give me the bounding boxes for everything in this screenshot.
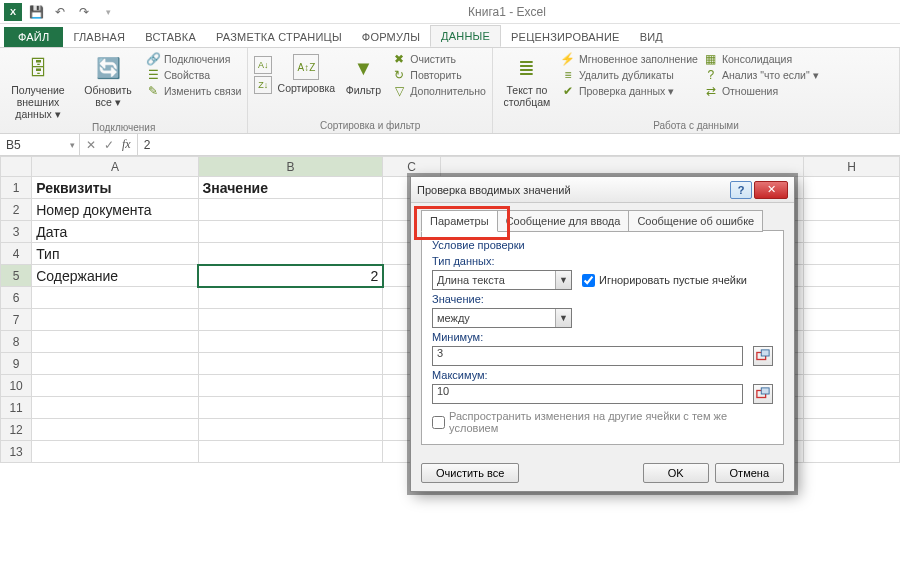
propagate-checkbox[interactable]: Распространить изменения на другие ячейк… — [432, 410, 773, 434]
edit-links-button[interactable]: ✎Изменить связи — [146, 84, 241, 98]
minimum-input[interactable]: 3 — [432, 346, 743, 366]
get-external-data-button[interactable]: 🗄 Получение внешних данных ▾ — [6, 50, 70, 120]
dialog-footer: Очистить все OK Отмена — [411, 455, 794, 491]
cell-B4[interactable] — [198, 243, 383, 265]
row-header-7[interactable]: 7 — [1, 309, 32, 331]
edit-links-icon: ✎ — [146, 84, 160, 98]
ignore-blank-checkbox[interactable]: Игнорировать пустые ячейки — [582, 274, 747, 287]
row-header-13[interactable]: 13 — [1, 441, 32, 463]
text-to-columns-button[interactable]: ≣ Текст по столбцам — [499, 50, 555, 108]
clear-all-button[interactable]: Очистить все — [421, 463, 519, 483]
cancel-button[interactable]: Отмена — [715, 463, 784, 483]
minimum-label: Минимум: — [432, 331, 773, 343]
row-header-12[interactable]: 12 — [1, 419, 32, 441]
formula-input[interactable]: 2 — [138, 134, 900, 155]
dialog-help-button[interactable]: ? — [730, 181, 752, 199]
dialog-tab-settings[interactable]: Параметры — [421, 210, 498, 232]
row-header-11[interactable]: 11 — [1, 397, 32, 419]
row-header-2[interactable]: 2 — [1, 199, 32, 221]
enter-formula-icon[interactable]: ✓ — [104, 138, 114, 152]
sort-asc-button[interactable]: A↓ — [254, 56, 272, 74]
dialog-tab-input-message[interactable]: Сообщение для ввода — [497, 210, 630, 232]
dialog-titlebar[interactable]: Проверка вводимых значений ? ✕ — [411, 177, 794, 203]
sort-button[interactable]: A↕Z Сортировка — [278, 50, 334, 94]
advanced-filter-button[interactable]: ▽Дополнительно — [392, 84, 486, 98]
remove-duplicates-button[interactable]: ≡Удалить дубликаты — [561, 68, 698, 82]
tab-view[interactable]: ВИД — [630, 27, 673, 47]
tab-home[interactable]: ГЛАВНАЯ — [63, 27, 135, 47]
cell-A1[interactable]: Реквизиты — [32, 177, 198, 199]
refresh-all-button[interactable]: 🔄 Обновить все ▾ — [76, 50, 140, 108]
cell-A2[interactable]: Номер документа — [32, 199, 198, 221]
group-connections: 🗄 Получение внешних данных ▾ 🔄 Обновить … — [0, 48, 248, 133]
group-sort-filter: A↓ Z↓ A↕Z Сортировка ▼ Фильтр ✖Очистить … — [248, 48, 493, 133]
sort-desc-icon: Z↓ — [254, 76, 272, 94]
row-header-10[interactable]: 10 — [1, 375, 32, 397]
tab-insert[interactable]: ВСТАВКА — [135, 27, 206, 47]
flash-fill-button[interactable]: ⚡Мгновенное заполнение — [561, 52, 698, 66]
filter-button[interactable]: ▼ Фильтр — [340, 50, 386, 96]
row-header-6[interactable]: 6 — [1, 287, 32, 309]
sort-desc-button[interactable]: Z↓ — [254, 76, 272, 94]
qat-dropdown-icon[interactable]: ▾ — [98, 3, 118, 21]
row-header-8[interactable]: 8 — [1, 331, 32, 353]
chevron-down-icon: ▼ — [555, 271, 571, 289]
group-connections-label: Подключения — [6, 120, 241, 135]
cancel-formula-icon[interactable]: ✕ — [86, 138, 96, 152]
row-header-4[interactable]: 4 — [1, 243, 32, 265]
tab-file[interactable]: ФАЙЛ — [4, 27, 63, 47]
dialog-close-button[interactable]: ✕ — [754, 181, 788, 199]
excel-icon: X — [4, 3, 22, 21]
row-header-1[interactable]: 1 — [1, 177, 32, 199]
what-if-button[interactable]: ?Анализ "что если" ▾ — [704, 68, 819, 82]
dialog-panel: Условие проверки Тип данных: Длина текст… — [421, 230, 784, 445]
tab-layout[interactable]: РАЗМЕТКА СТРАНИЦЫ — [206, 27, 352, 47]
tab-formulas[interactable]: ФОРМУЛЫ — [352, 27, 430, 47]
relationships-icon: ⇄ — [704, 84, 718, 98]
whatif-icon: ? — [704, 68, 718, 82]
save-icon[interactable]: 💾 — [26, 3, 46, 21]
flash-fill-icon: ⚡ — [561, 52, 575, 66]
allow-combo[interactable]: Длина текста▼ — [432, 270, 572, 290]
cell-B5[interactable]: 2 — [198, 265, 383, 287]
dialog-tab-error-alert[interactable]: Сообщение об ошибке — [628, 210, 763, 232]
undo-icon[interactable]: ↶ — [50, 3, 70, 21]
refresh-all-label: Обновить все ▾ — [76, 84, 140, 108]
cell-A5[interactable]: Содержание — [32, 265, 198, 287]
row-header-9[interactable]: 9 — [1, 353, 32, 375]
data-validation-button[interactable]: ✔Проверка данных ▾ — [561, 84, 698, 98]
propagate-input[interactable] — [432, 416, 445, 429]
ignore-blank-input[interactable] — [582, 274, 595, 287]
row-header-5[interactable]: 5 — [1, 265, 32, 287]
reapply-button[interactable]: ↻Повторить — [392, 68, 486, 82]
row-header-3[interactable]: 3 — [1, 221, 32, 243]
ok-button[interactable]: OK — [643, 463, 709, 483]
cell-B2[interactable] — [198, 199, 383, 221]
name-box[interactable]: B5 — [0, 134, 80, 155]
properties-button[interactable]: ☰Свойства — [146, 68, 241, 82]
maximum-ref-button[interactable] — [753, 384, 773, 404]
cell-A4[interactable]: Тип — [32, 243, 198, 265]
consolidate-button[interactable]: ▦Консолидация — [704, 52, 819, 66]
col-header-B[interactable]: B — [198, 157, 383, 177]
tab-review[interactable]: РЕЦЕНЗИРОВАНИЕ — [501, 27, 630, 47]
redo-icon[interactable]: ↷ — [74, 3, 94, 21]
data-label: Значение: — [432, 293, 773, 305]
minimum-ref-button[interactable] — [753, 346, 773, 366]
cell-A3[interactable]: Дата — [32, 221, 198, 243]
cell-B1[interactable]: Значение — [198, 177, 383, 199]
fx-icon[interactable]: fх — [122, 137, 131, 152]
col-header-A[interactable]: A — [32, 157, 198, 177]
data-combo[interactable]: между▼ — [432, 308, 572, 328]
text-columns-icon: ≣ — [513, 54, 541, 82]
select-all-corner[interactable] — [1, 157, 32, 177]
maximum-input[interactable]: 10 — [432, 384, 743, 404]
cell-B3[interactable] — [198, 221, 383, 243]
relationships-button[interactable]: ⇄Отношения — [704, 84, 819, 98]
range-select-icon — [756, 387, 770, 401]
connections-button[interactable]: 🔗Подключения — [146, 52, 241, 66]
tab-data[interactable]: ДАННЫЕ — [430, 25, 501, 47]
col-header-C[interactable]: C — [383, 157, 441, 177]
col-header-H[interactable]: H — [804, 157, 900, 177]
clear-filter-button[interactable]: ✖Очистить — [392, 52, 486, 66]
